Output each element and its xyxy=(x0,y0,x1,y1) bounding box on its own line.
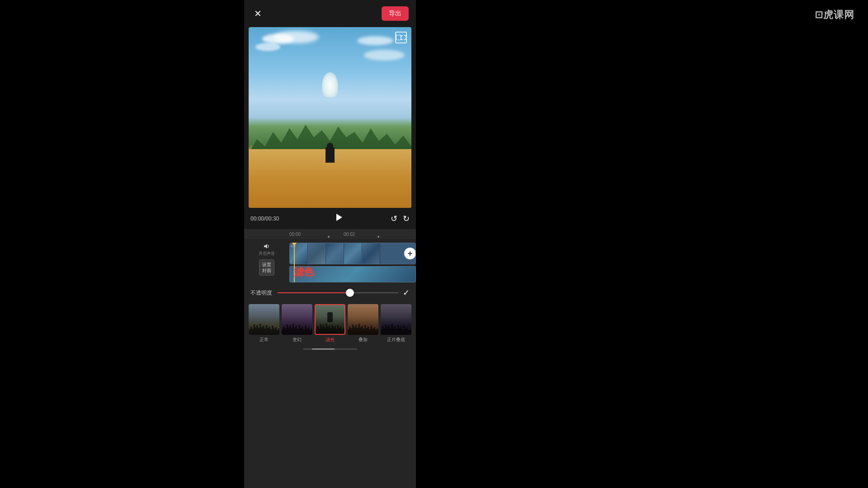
frame-thumb-5 xyxy=(362,243,380,264)
close-button[interactable]: ✕ xyxy=(251,7,264,20)
person-silhouette xyxy=(321,136,339,163)
redo-button[interactable]: ↻ xyxy=(403,214,410,224)
frame-thumb-2 xyxy=(308,243,326,264)
watermark: ⊡虎课网 xyxy=(815,8,854,22)
fullscreen-icon xyxy=(401,34,406,41)
timeline-section: 00:00 00:02 开启声音 设置 封面 xyxy=(244,229,416,488)
person-body xyxy=(326,147,335,163)
cloud-2 xyxy=(274,31,319,43)
video-preview xyxy=(249,27,411,208)
blend-slider-fill xyxy=(278,292,350,293)
filter-label-overlay: 滤色 xyxy=(294,265,314,279)
blend-confirm-button[interactable]: ✓ xyxy=(403,288,410,298)
timeline-tracks: ⊡× + 滤色 xyxy=(289,243,416,282)
frame-thumb-3 xyxy=(326,243,344,264)
timeline-left-controls: 开启声音 设置 封面 xyxy=(244,243,289,276)
volume-icon xyxy=(263,243,270,250)
left-background xyxy=(0,0,244,488)
frame-thumb-4 xyxy=(344,243,362,264)
ruler-mark-0: 00:00 xyxy=(289,232,301,237)
cloud-5 xyxy=(364,50,405,61)
cover-line2: 封面 xyxy=(262,267,271,273)
app-container: ✕ 导出 xyxy=(244,0,416,488)
buildings-jiajia xyxy=(348,321,378,335)
top-bar: ✕ 导出 xyxy=(244,0,416,27)
blend-label: 不透明度 xyxy=(250,289,273,297)
right-background xyxy=(416,0,868,488)
timeline-content: 开启声音 设置 封面 xyxy=(244,239,416,284)
filter-item-lvse[interactable]: 滤色 xyxy=(314,304,347,343)
filter-item-jiajia[interactable]: 叠加 xyxy=(346,304,379,343)
video-track-main[interactable]: ⊡× + xyxy=(289,243,416,264)
filter-name-lvse: 滤色 xyxy=(326,337,335,343)
filter-name-jiajia: 叠加 xyxy=(359,337,368,343)
timeline-ruler: 00:00 00:02 xyxy=(244,229,416,239)
filter-name-bianhua: 变幻 xyxy=(292,337,302,343)
export-button[interactable]: 导出 xyxy=(382,6,409,21)
filter-name-zhengpian: 正片叠底 xyxy=(387,337,405,343)
bottom-scrollbar xyxy=(244,346,416,354)
filter-thumb-jiajia xyxy=(348,304,378,335)
cover-line1: 设置 xyxy=(262,262,271,267)
filter-thumb-bianhua xyxy=(282,304,312,335)
buildings-bianhua xyxy=(282,321,312,335)
play-button[interactable] xyxy=(334,212,344,225)
volume-button[interactable]: 开启声音 xyxy=(259,243,275,257)
filter-thumb-lvse xyxy=(315,304,345,335)
ruler-dot-2 xyxy=(377,236,379,238)
play-icon xyxy=(334,212,344,222)
cloud-4 xyxy=(255,43,280,51)
video-track-frames: ⊡× xyxy=(290,243,415,264)
time-display: 00:00/00:30 xyxy=(250,216,287,222)
volume-label: 开启声音 xyxy=(259,251,275,257)
scrollbar-thumb xyxy=(312,348,335,350)
cloud-3 xyxy=(357,36,393,45)
filter-item-normal[interactable]: 正常 xyxy=(248,304,281,343)
svg-marker-0 xyxy=(336,214,342,221)
video-scene xyxy=(249,27,411,208)
ruler-dot-1 xyxy=(328,236,330,238)
filter-thumb-normal xyxy=(249,304,279,335)
playhead-head xyxy=(292,243,297,246)
filter-thumb-zhengpian xyxy=(381,304,411,335)
controls-bar: 00:00/00:30 ↺ ↻ xyxy=(244,208,416,229)
undo-button[interactable]: ↺ xyxy=(391,214,397,224)
person-lvse xyxy=(327,312,333,322)
blend-knob[interactable] xyxy=(346,289,354,297)
track-container: ⊡× + 滤色 xyxy=(289,243,416,282)
frame-thumb-1: ⊡× xyxy=(290,243,308,264)
blend-slider-track xyxy=(278,292,398,293)
flash-effect xyxy=(322,72,338,97)
buildings-zhengpian xyxy=(381,321,411,335)
add-clip-button[interactable]: + xyxy=(404,248,416,259)
fullscreen-button[interactable] xyxy=(395,32,407,43)
controls-center xyxy=(292,212,385,225)
filter-name-normal: 正常 xyxy=(259,337,269,343)
scrollbar-track[interactable] xyxy=(303,348,357,350)
filter-row: 正常 变幻 滤色 叠加 xyxy=(244,301,416,346)
blend-controls: 不透明度 ✓ xyxy=(244,284,416,301)
cover-button[interactable]: 设置 封面 xyxy=(259,259,274,276)
blend-slider-container[interactable] xyxy=(278,292,398,293)
buildings-normal xyxy=(249,321,279,335)
ruler-mark-1: 00:02 xyxy=(344,232,355,237)
buildings-lvse xyxy=(316,321,344,334)
filter-item-zhengpian[interactable]: 正片叠底 xyxy=(379,304,412,343)
filter-item-bianhua[interactable]: 变幻 xyxy=(281,304,314,343)
